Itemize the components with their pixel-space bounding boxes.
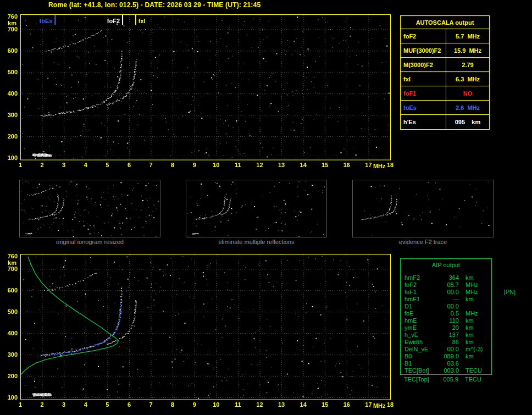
metric-label: DelN_vE (401, 346, 435, 353)
metric-value: NO (446, 86, 489, 100)
table-row: h_vE137km (401, 331, 491, 339)
metric-label: foEs (401, 101, 446, 114)
table-row: foF100.0MHz[PN] (401, 289, 491, 296)
metric-label: foF1 (401, 289, 435, 296)
metric-label: foE (401, 310, 435, 317)
autoscala-output-table: AUTOSCALA output foF25.7 MHzMUF(3000)F21… (400, 15, 490, 130)
metric-unit: km (459, 324, 484, 331)
metric-value: 110 (435, 317, 459, 324)
metric-label: TEC[Top] (400, 376, 434, 383)
metric-unit: TECU (458, 376, 484, 383)
table-row: hmF1---km (401, 296, 491, 303)
metric-unit: MHz (459, 281, 484, 289)
metric-value: 6.3 MHz (446, 72, 489, 86)
metric-unit: km (459, 296, 484, 303)
thumbnail-caption: evidence F2 trace (352, 239, 494, 245)
table-row: B0089.0km (401, 353, 491, 360)
table-row: h'Es095 km (401, 115, 489, 129)
metric-label: hmF2 (401, 274, 435, 281)
metric-value: 00.0 (435, 346, 459, 353)
metric-value: 03.6 (435, 360, 459, 367)
table-row: foF205.7MHz (401, 281, 491, 289)
table-row: B103.6 (401, 360, 491, 367)
table-row: MUF(3000)F215.9 MHz (401, 43, 489, 58)
table-row: D100.0 (401, 303, 491, 310)
metric-value: 86 (435, 339, 459, 346)
table-row: DelN_vE00.0m^(-3) (401, 346, 491, 353)
autoscala-rows: foF25.7 MHzMUF(3000)F215.9 MHzM(3000)F22… (401, 29, 489, 129)
metric-value: 089.0 (435, 353, 459, 360)
thumbnail-caption: eliminate multiple reflections (186, 239, 327, 245)
metric-unit: MHz (459, 289, 484, 296)
metric-value: 364 (435, 274, 459, 281)
metric-value: --- (435, 296, 459, 303)
metric-unit: km (459, 274, 484, 281)
metric-unit: m^(-3) (459, 346, 484, 353)
metric-value: 0.5 (435, 310, 459, 317)
metric-label: D1 (401, 303, 435, 310)
metric-unit (459, 360, 484, 367)
metric-label: B1 (401, 360, 435, 367)
aip-rows: hmF2364kmfoF205.7MHzfoF100.0MHz[PN]hmF1-… (401, 270, 491, 374)
table-row: foF1NO (401, 86, 489, 101)
table-row: Ewidth86km (401, 339, 491, 346)
metric-unit (459, 303, 484, 310)
metric-label: hmF1 (401, 296, 435, 303)
table-row: hmF2364km (401, 274, 491, 281)
table-row: ymE20km (401, 324, 491, 331)
metric-value: 00.0 (435, 303, 459, 310)
metric-label: ymE (401, 324, 435, 331)
aip-footer-row: TEC[Top] 005.9 TECU (400, 376, 492, 383)
metric-value: 00.0 (435, 289, 459, 296)
metric-label: foF1 (401, 86, 446, 100)
metric-value: 2.6 MHz (446, 101, 489, 114)
metric-label: foF2 (401, 281, 435, 289)
metric-unit: TECU (459, 367, 484, 374)
metric-value: 003.0 (435, 367, 459, 374)
metric-value: 137 (435, 331, 459, 339)
metric-value: 5.7 MHz (446, 29, 489, 43)
metric-unit: km (459, 353, 484, 360)
metric-value: 095 km (446, 115, 489, 129)
metric-label: MUF(3000)F2 (401, 43, 446, 57)
metric-label: fxI (401, 72, 446, 86)
page-title: Rome (lat: +41.8, lon: 012.5) - DATE: 20… (48, 1, 261, 9)
metric-value: 15.9 MHz (446, 43, 489, 57)
aip-table-title: AIP output (401, 259, 491, 270)
table-row: TEC[Bot]003.0TECU (401, 367, 491, 374)
metric-unit: km (459, 339, 484, 346)
table-row: hmE110km (401, 317, 491, 324)
table-row: M(3000)F22.79 (401, 58, 489, 72)
metric-value: 05.7 (435, 281, 459, 289)
metric-value: 20 (435, 324, 459, 331)
table-row: foEs2.6 MHz (401, 101, 489, 115)
thumbnail-original-ionogram (19, 180, 160, 237)
restored-ionogram-plot (0, 252, 398, 414)
metric-label: foF2 (401, 29, 446, 43)
table-row: foF25.7 MHz (401, 29, 489, 43)
metric-label: TEC[Bot] (401, 367, 435, 374)
aip-output-table: AIP output hmF2364kmfoF205.7MHzfoF100.0M… (400, 258, 492, 375)
metric-label: hmE (401, 317, 435, 324)
metric-value: 2.79 (446, 58, 489, 71)
metric-label: h'Es (401, 115, 446, 129)
metric-label: M(3000)F2 (401, 58, 446, 71)
thumbnail-eliminate-reflections (186, 180, 327, 237)
metric-flag: [PN] (504, 289, 516, 296)
main-ionogram-plot (0, 11, 398, 171)
metric-value: 005.9 (434, 376, 458, 383)
table-row: foE0.5MHz (401, 310, 491, 317)
metric-label: B0 (401, 353, 435, 360)
metric-label: h_vE (401, 331, 435, 339)
metric-unit: km (459, 317, 484, 324)
metric-label: Ewidth (401, 339, 435, 346)
thumbnail-evidence-f2-trace (352, 180, 494, 237)
metric-unit: km (459, 331, 484, 339)
thumbnail-caption: original ionogram resized (19, 239, 160, 245)
autoscala-table-title: AUTOSCALA output (401, 16, 489, 29)
metric-unit: MHz (459, 310, 484, 317)
table-row: fxI6.3 MHz (401, 72, 489, 86)
